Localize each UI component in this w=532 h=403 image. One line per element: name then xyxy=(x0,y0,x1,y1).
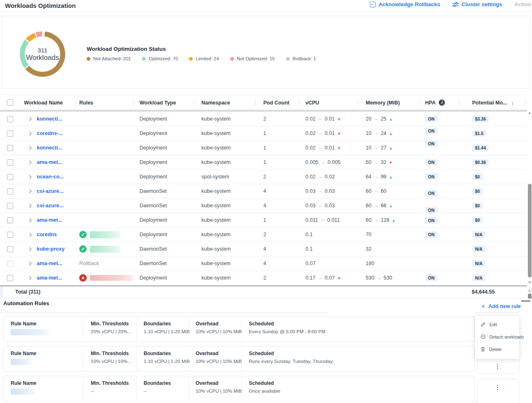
legend-item: Not Attached: 201 xyxy=(87,56,131,61)
scrollbar-down-icon[interactable]: ▼ xyxy=(527,280,532,284)
menu-item-delete[interactable]: Delete xyxy=(475,343,519,356)
expand-chevron-icon[interactable] xyxy=(28,232,32,237)
expand-chevron-icon[interactable] xyxy=(28,131,32,135)
workload-type-cell: Deployment xyxy=(133,145,194,151)
row-checkbox[interactable] xyxy=(7,275,13,281)
expand-chevron-icon[interactable] xyxy=(28,261,32,266)
workload-type-cell: DaemonSet xyxy=(133,246,194,252)
vcpu-cell: 0.03→0.03 xyxy=(299,203,357,209)
scrollbar2-up-icon[interactable]: ▲ xyxy=(527,288,532,292)
hpa-badge: ON xyxy=(425,116,437,122)
col-header-vcpu[interactable]: vCPU xyxy=(299,95,357,110)
rule-name-column: Rule Name xyxy=(4,317,83,341)
potential-cell: $0 xyxy=(459,188,527,194)
trend-down-icon: ▼ xyxy=(337,132,341,136)
metric-current: 0.005 xyxy=(305,159,318,165)
namespace-cell-value: kube-system xyxy=(201,217,231,223)
scrollbar2-thumb[interactable] xyxy=(528,294,532,299)
row-checkbox[interactable] xyxy=(7,174,13,180)
workload-name-link[interactable]: konnecti... xyxy=(37,145,62,151)
table-row: kube-proxy✓DaemonSetkube-system40.132N/A xyxy=(0,242,527,256)
row-checkbox[interactable] xyxy=(7,203,13,209)
top-actions: Acknowledge Rollbacks Cluster settings A… xyxy=(370,1,531,7)
summary-card: 311 Workloads Workload Optimization Stat… xyxy=(2,16,530,89)
col-header-namespace[interactable]: Namespace xyxy=(194,95,255,110)
workload-name-link[interactable]: ama-met... xyxy=(37,275,62,281)
row-checkbox[interactable] xyxy=(7,188,13,194)
row-checkbox[interactable] xyxy=(7,145,13,151)
workload-name-link[interactable]: konnecti... xyxy=(37,116,62,122)
trend-up-icon: ▲ xyxy=(392,218,395,223)
expand-chevron-icon[interactable] xyxy=(28,218,32,222)
vcpu-cell: 0.02→0.01▼ xyxy=(299,116,357,122)
namespace-cell: kube-system xyxy=(194,217,255,223)
row-checkbox[interactable] xyxy=(7,159,13,166)
metric-recommended: 0.03 xyxy=(325,203,335,209)
workload-name-link[interactable]: ocean-co... xyxy=(37,174,64,180)
expand-chevron-icon[interactable] xyxy=(28,160,32,164)
legend-dot-icon xyxy=(142,57,146,61)
workload-name-link[interactable]: ama-met... xyxy=(37,159,62,165)
rule-actions-menu-icon[interactable] xyxy=(496,385,499,390)
expand-chevron-icon[interactable] xyxy=(28,276,32,280)
rule-name-label: Rule Name xyxy=(11,380,83,386)
row-checkbox[interactable] xyxy=(7,116,13,122)
workload-type-cell-value: Deployment xyxy=(140,145,167,151)
menu-item-edit[interactable]: Edit xyxy=(475,318,519,331)
workload-status-donut-chart: 311 Workloads xyxy=(20,31,65,77)
expand-chevron-icon[interactable] xyxy=(28,117,32,121)
hpa-badge: ON xyxy=(425,173,437,180)
workload-name-link[interactable]: csi-azure... xyxy=(37,203,64,209)
col-header-hpa[interactable]: HPAi xyxy=(419,95,459,110)
workload-name-link[interactable]: csi-azure... xyxy=(37,188,64,194)
scrollbar-up-icon[interactable]: ▲ xyxy=(527,111,532,115)
trend-up-icon: ▲ xyxy=(389,204,392,208)
workload-type-cell: Deployment xyxy=(133,116,194,122)
plus-icon: + xyxy=(481,303,485,310)
row-checkbox[interactable] xyxy=(7,232,13,238)
hpa-cell: ON xyxy=(419,130,459,137)
row-checkbox[interactable] xyxy=(7,130,13,137)
redacted-rule-name xyxy=(11,329,49,335)
col-header-rules[interactable]: Rules xyxy=(75,95,133,110)
cluster-settings-button[interactable]: Cluster settings xyxy=(452,1,502,7)
select-all-checkbox[interactable] xyxy=(7,100,13,106)
hpa-badge: ON xyxy=(425,275,437,281)
hpa-info-icon[interactable]: i xyxy=(439,100,445,106)
potential-cell: N/A xyxy=(459,231,527,238)
rule-min-thresholds-value: -- xyxy=(91,389,136,394)
workload-name-link[interactable]: coredns-... xyxy=(37,130,63,136)
expand-chevron-icon[interactable] xyxy=(28,175,32,179)
workload-name-link[interactable]: kube-proxy xyxy=(37,246,64,252)
pencil-icon xyxy=(480,322,486,328)
expand-chevron-icon[interactable] xyxy=(28,146,32,150)
expand-chevron-icon[interactable] xyxy=(28,189,32,193)
add-new-rule-button[interactable]: + Add new rule xyxy=(481,303,521,310)
sort-desc-icon[interactable]: ↓ xyxy=(511,100,514,106)
col-header-potential-savings[interactable]: Potential Mo...↓ xyxy=(459,95,527,110)
arrow-right-icon: → xyxy=(320,159,326,165)
scrollbar-thumb[interactable] xyxy=(528,184,532,277)
actions-button[interactable]: Action xyxy=(515,1,531,7)
checkbox-cell xyxy=(0,246,20,252)
menu-item-detach-workloads[interactable]: Detach workloads xyxy=(475,331,519,343)
workload-name-link[interactable]: ama-met... xyxy=(37,261,62,266)
col-header-workload-name[interactable]: Workload Name xyxy=(20,95,75,110)
namespace-cell-value: kube-system xyxy=(201,275,231,281)
rule-actions-menu-icon[interactable] xyxy=(496,364,499,369)
col-header-memory[interactable]: Memory (MiB) xyxy=(357,95,419,110)
workload-name-link[interactable]: ama-met... xyxy=(37,217,62,223)
potential-cell: $0 xyxy=(459,202,527,209)
acknowledge-rollbacks-button[interactable]: Acknowledge Rollbacks xyxy=(370,1,440,7)
page-title: Workloads Optimization xyxy=(5,2,76,9)
col-header-pod-count[interactable]: Pod Count xyxy=(255,95,299,110)
row-checkbox[interactable] xyxy=(7,246,13,252)
expand-chevron-icon[interactable] xyxy=(28,204,32,208)
expand-chevron-icon[interactable] xyxy=(28,247,32,251)
row-checkbox[interactable] xyxy=(7,261,13,267)
workload-name-link[interactable]: coredns xyxy=(37,232,57,237)
row-checkbox[interactable] xyxy=(7,217,13,223)
metric-current: 60 xyxy=(366,188,371,194)
metric-recommended: 0.011 xyxy=(327,217,340,223)
col-header-workload-type[interactable]: Workload Type xyxy=(133,95,194,110)
